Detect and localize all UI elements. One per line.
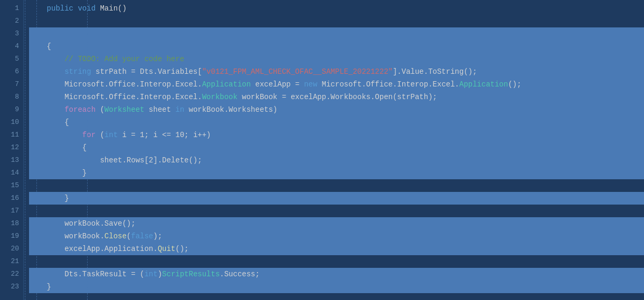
code-line: sheet.Rows[2].Delete(); [29,154,644,167]
code-line [29,255,644,268]
code-line [29,15,644,27]
code-editor[interactable]: 1234567891011121314151617181920212223 pu… [0,0,644,300]
code-line: public void Main() [29,2,644,15]
code-line [29,205,644,217]
code-line: { [29,116,644,129]
code-line: workBook.Save(); [29,217,644,230]
code-line: } [29,280,644,293]
code-line: } [29,167,644,179]
code-line: Microsoft.Office.Interop.Excel.Applicati… [29,78,644,91]
code-line: string strPath = Dts.Variables["v0121_FP… [29,65,644,78]
code-line: } [29,192,644,205]
code-line: for (int i = 1; i <= 10; i++) [29,129,644,141]
code-line: workBook.Close(false); [29,230,644,243]
code-line: Dts.TaskResult = (int)ScriptResults.Succ… [29,268,644,280]
line-numbers: 1234567891011121314151617181920212223 [0,0,24,300]
code-line [29,27,644,40]
code-line: // TODO: Add your code here [29,53,644,65]
code-line: Microsoft.Office.Interop.Excel.Workbook … [29,91,644,103]
code-line: excelApp.Application.Quit(); [29,243,644,255]
code-content[interactable]: public void Main() { // TODO: Add your c… [24,0,644,300]
code-line: { [29,141,644,154]
code-line [29,179,644,192]
code-line: foreach (Worksheet sheet in workBook.Wor… [29,103,644,116]
code-line: { [29,40,644,53]
